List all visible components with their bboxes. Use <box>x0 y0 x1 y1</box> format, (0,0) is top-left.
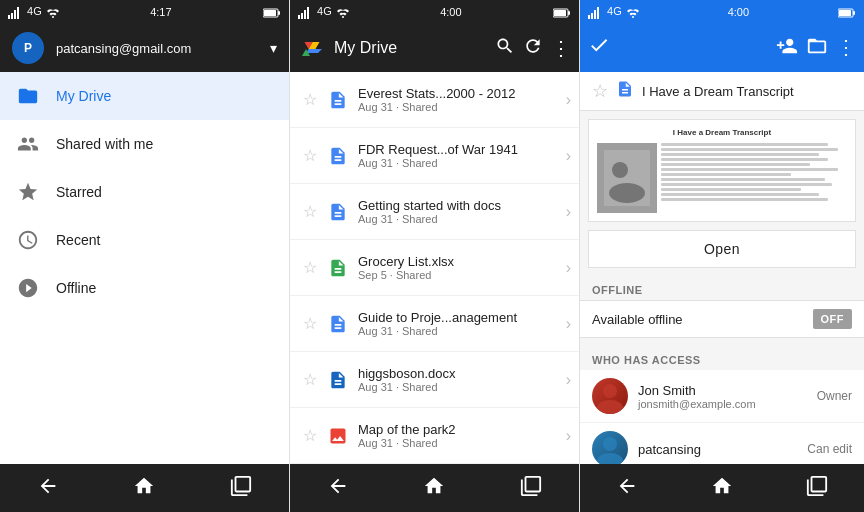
svg-rect-23 <box>839 10 851 16</box>
back-button[interactable] <box>616 475 638 502</box>
file-info: Guide to Proje...anagement Aug 31 · Shar… <box>358 310 566 337</box>
offline-section-header: OFFLINE <box>580 276 864 300</box>
svg-rect-3 <box>17 7 19 19</box>
avatar-pat <box>592 431 628 464</box>
sidebar-item-starred[interactable]: Starred <box>0 168 289 216</box>
mid-header-icons: ⋮ <box>495 36 571 60</box>
file-item[interactable]: ☆ Everest Stats...2000 - 2012 Aug 31 · S… <box>290 72 579 128</box>
svg-rect-19 <box>597 7 599 19</box>
sidebar-item-my-drive[interactable]: My Drive <box>0 72 289 120</box>
left-time: 4:17 <box>150 6 171 18</box>
svg-rect-1 <box>11 13 13 19</box>
star-icon[interactable]: ☆ <box>298 426 322 445</box>
chevron-right-icon: › <box>566 427 571 445</box>
chevron-down-icon[interactable]: ▾ <box>270 40 277 56</box>
star-icon[interactable]: ☆ <box>298 314 322 333</box>
file-type-icon <box>326 312 350 336</box>
home-button[interactable] <box>711 475 733 502</box>
open-button[interactable]: Open <box>588 230 856 268</box>
recents-button[interactable] <box>806 475 828 502</box>
sidebar-item-shared[interactable]: Shared with me <box>0 120 289 168</box>
drive-logo <box>298 34 326 62</box>
back-button[interactable] <box>327 475 349 502</box>
preview-title: I Have a Dream Transcript <box>597 128 847 137</box>
preview-content: I Have a Dream Transcript <box>589 120 855 221</box>
file-item[interactable]: ☆ Map of the park2 Aug 31 · Shared › <box>290 408 579 464</box>
home-button[interactable] <box>423 475 445 502</box>
access-item-pat: patcansing Can edit <box>580 423 864 464</box>
back-button[interactable] <box>37 475 59 502</box>
refresh-icon[interactable] <box>523 36 543 60</box>
access-role-jon: Owner <box>817 389 852 403</box>
file-item[interactable]: ☆ Grocery List.xlsx Sep 5 · Shared › <box>290 240 579 296</box>
svg-point-4 <box>52 16 54 18</box>
preview-image <box>597 143 657 213</box>
access-name-pat: patcansing <box>638 442 797 457</box>
more-vert-icon[interactable]: ⋮ <box>836 35 856 61</box>
svg-rect-8 <box>298 15 300 19</box>
file-meta: Aug 31 · Shared <box>358 437 566 449</box>
mid-bottom-bar <box>290 464 579 512</box>
offline-label: Available offline <box>592 312 813 327</box>
recents-button[interactable] <box>520 475 542 502</box>
folder-open-icon[interactable] <box>806 35 828 61</box>
left-bottom-bar <box>0 464 289 512</box>
file-name: Everest Stats...2000 - 2012 <box>358 86 566 101</box>
chevron-right-icon: › <box>566 203 571 221</box>
star-icon[interactable]: ☆ <box>298 258 322 277</box>
sidebar-item-offline[interactable]: Offline <box>0 264 289 312</box>
file-meta: Aug 31 · Shared <box>358 157 566 169</box>
file-meta: Aug 31 · Shared <box>358 101 566 113</box>
file-item[interactable]: ☆ Getting started with docs Aug 31 · Sha… <box>290 184 579 240</box>
file-name: Guide to Proje...anagement <box>358 310 566 325</box>
recents-button[interactable] <box>230 475 252 502</box>
svg-point-20 <box>632 16 634 18</box>
doc-preview: I Have a Dream Transcript <box>588 119 856 222</box>
sidebar-item-recent[interactable]: Recent <box>0 216 289 264</box>
file-type-icon <box>326 424 350 448</box>
sidebar-item-label: Shared with me <box>56 136 153 152</box>
svg-rect-18 <box>594 10 596 19</box>
svg-rect-9 <box>301 13 303 19</box>
star-icon[interactable]: ☆ <box>298 202 322 221</box>
file-list: ☆ Everest Stats...2000 - 2012 Aug 31 · S… <box>290 72 579 464</box>
left-panel: 4G 4:17 P patcansing@gmail.com ▾ <box>0 0 290 512</box>
left-battery <box>263 6 281 18</box>
chevron-right-icon: › <box>566 91 571 109</box>
left-nav: My Drive Shared with me Starred <box>0 72 289 464</box>
doc-star-icon[interactable]: ☆ <box>592 80 608 102</box>
svg-rect-22 <box>853 11 855 15</box>
svg-point-26 <box>612 162 628 178</box>
sidebar-item-label: My Drive <box>56 88 111 104</box>
star-icon[interactable]: ☆ <box>298 90 322 109</box>
file-item[interactable]: ☆ Guide to Proje...anagement Aug 31 · Sh… <box>290 296 579 352</box>
offline-toggle[interactable]: OFF <box>813 309 853 329</box>
star-icon[interactable]: ☆ <box>298 370 322 389</box>
check-icon[interactable] <box>588 34 610 62</box>
preview-body <box>597 143 847 213</box>
more-vert-icon[interactable]: ⋮ <box>551 36 571 60</box>
file-item[interactable]: ☆ higgsboson.docx Aug 31 · Shared › <box>290 352 579 408</box>
home-button[interactable] <box>133 475 155 502</box>
left-email: patcansing@gmail.com <box>56 41 258 56</box>
file-info: FDR Request...of War 1941 Aug 31 · Share… <box>358 142 566 169</box>
avatar: P <box>12 32 44 64</box>
file-meta: Sep 5 · Shared <box>358 269 566 281</box>
search-icon[interactable] <box>495 36 515 60</box>
right-time: 4:00 <box>728 6 749 18</box>
access-email-jon: jonsmith@example.com <box>638 398 807 410</box>
left-status-icons: 4G <box>8 5 59 18</box>
chevron-right-icon: › <box>566 259 571 277</box>
file-name: higgsboson.docx <box>358 366 566 381</box>
offline-icon <box>16 276 40 300</box>
svg-point-31 <box>597 453 623 464</box>
mid-status-bar: 4G 4:00 <box>290 0 579 24</box>
file-item[interactable]: ☆ FDR Request...of War 1941 Aug 31 · Sha… <box>290 128 579 184</box>
file-type-icon <box>326 368 350 392</box>
svg-rect-10 <box>304 10 306 19</box>
person-add-icon[interactable] <box>776 35 798 61</box>
access-info-jon: Jon Smith jonsmith@example.com <box>638 383 807 410</box>
access-role-pat: Can edit <box>807 442 852 456</box>
doc-title-row: ☆ I Have a Dream Transcript <box>580 72 864 111</box>
star-icon[interactable]: ☆ <box>298 146 322 165</box>
